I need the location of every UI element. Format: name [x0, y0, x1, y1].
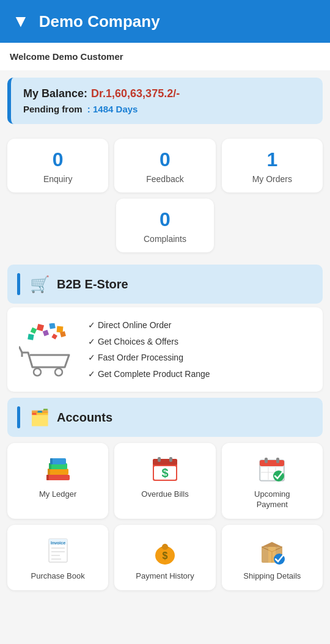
svg-rect-28 — [260, 460, 284, 466]
svg-point-11 — [55, 368, 62, 376]
svg-text:$: $ — [161, 466, 168, 480]
accounts-title: Accounts — [57, 411, 112, 425]
svg-rect-0 — [36, 324, 43, 331]
balance-colon: : — [84, 87, 87, 100]
shipping-details-card[interactable]: Shipping Details — [222, 525, 323, 590]
b2b-feature-1: Direct Online Order — [88, 317, 210, 334]
company-dropdown-icon[interactable]: ▼ — [12, 12, 29, 31]
b2b-cart-illustration — [17, 322, 78, 377]
svg-rect-13 — [46, 475, 70, 480]
cart-icon: 🛒 — [30, 275, 50, 294]
svg-rect-22 — [153, 459, 177, 465]
svg-rect-20 — [50, 458, 53, 464]
upcoming-payment-label: Upcoming Payment — [227, 489, 318, 510]
app-header: ▼ Demo Company — [0, 0, 330, 43]
b2b-feature-2: Get Choices & Offers — [88, 334, 210, 350]
balance-card: My Balance : Dr.1,60,63,375.2/- Pending … — [7, 78, 323, 124]
feedback-label: Feedback — [120, 174, 209, 184]
stats-grid: 0 Enquiry 0 Feedback 1 My Orders — [0, 131, 330, 192]
upcoming-payment-icon — [257, 454, 287, 485]
shipping-details-label: Shipping Details — [227, 571, 318, 582]
accounts-bar-accent — [17, 406, 20, 428]
payment-history-card[interactable]: $ Payment History — [114, 525, 215, 590]
svg-line-8 — [19, 346, 22, 353]
svg-rect-14 — [48, 469, 68, 475]
purchase-book-card[interactable]: Invoice Purchase Book — [7, 525, 108, 590]
my-orders-label: My Orders — [228, 174, 317, 184]
feedback-count: 0 — [120, 150, 209, 169]
svg-point-44 — [162, 544, 168, 550]
svg-rect-35 — [276, 458, 279, 463]
b2b-feature-4: Get Complete Product Range — [88, 366, 210, 382]
svg-rect-18 — [48, 469, 50, 475]
accounts-grid: My Ledger $ Overdue Bills — [0, 437, 330, 596]
my-ledger-card[interactable]: My Ledger — [7, 443, 108, 519]
b2b-feature-3: Fast Order Processing — [88, 349, 210, 366]
svg-rect-3 — [56, 326, 63, 333]
accounts-section-header: 🗂️ Accounts — [7, 398, 323, 437]
b2b-features-list: Direct Online Order Get Choices & Offers… — [88, 317, 210, 382]
enquiry-count: 0 — [13, 150, 102, 169]
svg-rect-7 — [51, 334, 57, 340]
b2b-section-header: 🛒 B2B E-Store — [7, 265, 323, 304]
svg-rect-5 — [28, 334, 34, 340]
stats-row2: 0 Complaints — [0, 192, 330, 260]
svg-rect-4 — [42, 330, 48, 336]
complaints-label: Complaints — [122, 234, 208, 244]
svg-rect-2 — [30, 327, 37, 334]
svg-text:$: $ — [163, 551, 168, 561]
svg-rect-26 — [169, 457, 172, 462]
my-orders-count: 1 — [228, 150, 317, 169]
svg-rect-17 — [46, 475, 49, 480]
purchase-book-icon: Invoice — [43, 536, 73, 566]
purchase-book-label: Purchase Book — [12, 571, 103, 582]
pending-label: Pending from — [23, 104, 82, 114]
svg-marker-47 — [262, 542, 282, 547]
b2b-title: B2B E-Store — [57, 277, 128, 291]
payment-history-label: Payment History — [119, 571, 210, 582]
stat-feedback[interactable]: 0 Feedback — [114, 139, 215, 192]
pending-days: : 1484 Days — [87, 104, 138, 114]
balance-label: My Balance — [23, 87, 84, 100]
overdue-bills-label: Overdue Bills — [119, 489, 210, 500]
upcoming-payment-card[interactable]: Upcoming Payment — [222, 443, 323, 519]
welcome-prefix: Welcome — [10, 51, 53, 62]
shipping-details-icon — [257, 536, 287, 566]
section-bar-accent — [17, 273, 20, 295]
my-ledger-icon — [43, 454, 73, 485]
overdue-bills-icon: $ — [150, 454, 180, 485]
enquiry-label: Enquiry — [13, 174, 102, 184]
accounts-icon: 🗂️ — [30, 408, 50, 427]
company-name: Demo Company — [39, 12, 160, 31]
balance-amount: Dr.1,60,63,375.2/- — [91, 87, 180, 100]
b2b-content-card[interactable]: Direct Online Order Get Choices & Offers… — [7, 307, 323, 392]
svg-rect-1 — [49, 323, 55, 329]
stat-complaints[interactable]: 0 Complaints — [116, 199, 214, 252]
welcome-bar: Welcome Demo Customer — [0, 43, 330, 70]
svg-text:Invoice: Invoice — [51, 541, 65, 545]
stat-enquiry[interactable]: 0 Enquiry — [7, 139, 108, 192]
customer-name: Demo Customer — [53, 51, 123, 62]
svg-rect-34 — [265, 458, 268, 463]
svg-point-10 — [34, 368, 41, 376]
svg-rect-25 — [158, 457, 161, 462]
stat-my-orders[interactable]: 1 My Orders — [222, 139, 323, 192]
payment-history-icon: $ — [150, 536, 180, 566]
overdue-bills-card[interactable]: $ Overdue Bills — [114, 443, 215, 519]
complaints-count: 0 — [122, 210, 208, 229]
b2b-cart-svg — [19, 323, 77, 377]
my-ledger-label: My Ledger — [12, 489, 103, 500]
